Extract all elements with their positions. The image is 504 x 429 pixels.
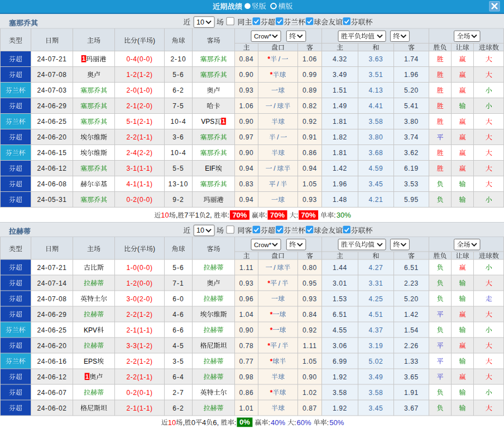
svg-text:6.51: 6.51 (404, 264, 419, 272)
svg-text:*: * (267, 55, 270, 63)
svg-text:3.80: 3.80 (404, 118, 419, 126)
svg-text:0.93: 0.93 (303, 196, 317, 204)
svg-text:3.51: 3.51 (369, 71, 383, 79)
svg-text::: : (265, 211, 267, 219)
svg-text:4.32: 4.32 (333, 55, 347, 63)
svg-text:4.51: 4.51 (369, 311, 383, 319)
svg-text:6.51: 6.51 (333, 311, 347, 319)
svg-text:0.83: 0.83 (239, 180, 254, 188)
svg-text:1-0(0-0): 1-0(0-0) (127, 264, 153, 272)
svg-text:50%: 50% (329, 418, 344, 427)
svg-text:5-6: 5-6 (172, 264, 184, 272)
svg-text:24-06-29: 24-06-29 (37, 311, 66, 319)
svg-text:70%: 70% (232, 211, 247, 219)
svg-text:EPS: EPS (84, 358, 97, 365)
svg-text:10: 10 (196, 18, 204, 26)
svg-text:1.01: 1.01 (239, 404, 254, 412)
svg-text:0.86: 0.86 (239, 389, 254, 397)
svg-text:2: 2 (206, 211, 210, 219)
svg-text:2-2(1-2): 2-2(1-2) (127, 311, 153, 319)
svg-text:0-2(0-0): 0-2(0-0) (127, 196, 153, 204)
svg-text:5.95: 5.95 (404, 196, 419, 204)
svg-text:1.74: 1.74 (404, 55, 419, 63)
svg-text:5.20: 5.20 (404, 295, 419, 303)
svg-text::: : (327, 418, 329, 427)
svg-text:5-1(2-1): 5-1(2-1) (127, 118, 153, 126)
svg-text:0: 0 (191, 418, 195, 427)
svg-text:EIF: EIF (205, 165, 215, 172)
svg-text:0.94: 0.94 (303, 165, 317, 172)
svg-text:1.82: 1.82 (333, 133, 347, 141)
svg-text:5.02: 5.02 (369, 358, 383, 365)
svg-text:0.93: 0.93 (303, 295, 317, 303)
svg-text:3.53: 3.53 (404, 180, 419, 188)
svg-text:10: 10 (196, 226, 204, 234)
svg-text:4.25: 4.25 (369, 295, 383, 303)
svg-text:1.02: 1.02 (303, 389, 317, 397)
svg-text:4.41: 4.41 (369, 102, 383, 110)
svg-text:3.58: 3.58 (333, 389, 347, 397)
svg-text:0.93: 0.93 (239, 279, 254, 287)
svg-text:1.54: 1.54 (404, 326, 419, 334)
svg-text:2-2(1-2): 2-2(1-2) (127, 358, 153, 365)
svg-text:7: 7 (184, 211, 188, 219)
svg-text:3.49: 3.49 (333, 71, 347, 79)
svg-text:1.81: 1.81 (333, 118, 347, 126)
svg-text:3.65: 3.65 (404, 373, 419, 381)
svg-text:0.78: 0.78 (239, 342, 254, 350)
svg-text::: : (227, 211, 229, 219)
svg-text:3.45: 3.45 (369, 404, 383, 412)
svg-text:0.99: 0.99 (303, 71, 317, 79)
svg-text:24-05-31: 24-05-31 (37, 196, 66, 204)
svg-text:2.26: 2.26 (404, 342, 419, 350)
svg-text:1.06: 1.06 (239, 102, 254, 110)
svg-text:): ) (153, 245, 155, 253)
svg-text:4.59: 4.59 (369, 165, 383, 172)
svg-text:10: 10 (168, 418, 176, 427)
svg-text:4.21: 4.21 (369, 196, 383, 204)
svg-text:24-06-12: 24-06-12 (37, 165, 66, 172)
svg-text:0.90: 0.90 (239, 118, 254, 126)
svg-text:3.01: 3.01 (333, 279, 347, 287)
svg-text:2-2(1-1): 2-2(1-1) (127, 133, 153, 141)
svg-text:0.90: 0.90 (239, 71, 254, 79)
svg-text:10-4: 10-4 (170, 118, 186, 126)
svg-text:70%: 70% (301, 211, 316, 219)
svg-text:*: * (270, 71, 273, 79)
svg-text:24-06-08: 24-06-08 (37, 180, 66, 188)
svg-text:*: * (270, 311, 273, 319)
svg-text:24-06-25: 24-06-25 (37, 326, 66, 334)
svg-text::: : (234, 418, 237, 427)
svg-text:KPV: KPV (84, 326, 97, 334)
svg-text:*: * (267, 279, 270, 287)
svg-text:2-0(1-0): 2-0(1-0) (127, 86, 153, 94)
svg-text:24-06-15: 24-06-15 (37, 149, 66, 157)
svg-text:*: * (270, 389, 273, 397)
svg-text:4.37: 4.37 (369, 326, 383, 334)
svg-text:0-4(0-0): 0-4(0-0) (127, 55, 153, 63)
svg-text:10-4: 10-4 (170, 149, 186, 157)
svg-text:3-0(2-0): 3-0(2-0) (127, 295, 153, 303)
svg-text:24-06-07: 24-06-07 (37, 389, 66, 397)
svg-text:): ) (153, 37, 155, 45)
svg-text:0.77: 0.77 (239, 358, 254, 365)
svg-text:*: * (267, 342, 270, 350)
svg-text:6.19: 6.19 (404, 165, 419, 172)
svg-text:0.91: 0.91 (303, 133, 317, 141)
svg-text:3-5: 3-5 (172, 358, 184, 365)
svg-text:24-07-08: 24-07-08 (37, 295, 66, 303)
svg-text:70%: 70% (270, 211, 285, 219)
svg-text:13-10: 13-10 (169, 180, 189, 188)
svg-text:0.84: 0.84 (239, 55, 254, 63)
svg-text:,: , (183, 418, 185, 427)
svg-text:0.90: 0.90 (303, 373, 317, 381)
svg-text:0.94: 0.94 (239, 165, 254, 172)
svg-text:0%: 0% (239, 418, 250, 426)
svg-text:*: * (270, 358, 273, 365)
svg-text:5-6: 5-6 (172, 71, 184, 79)
svg-text:VPS: VPS (201, 118, 214, 126)
svg-text:3.06: 3.06 (333, 342, 347, 350)
svg-text:24-06-20: 24-06-20 (37, 342, 66, 350)
svg-text::: : (294, 418, 296, 427)
svg-text:1: 1 (82, 55, 85, 62)
